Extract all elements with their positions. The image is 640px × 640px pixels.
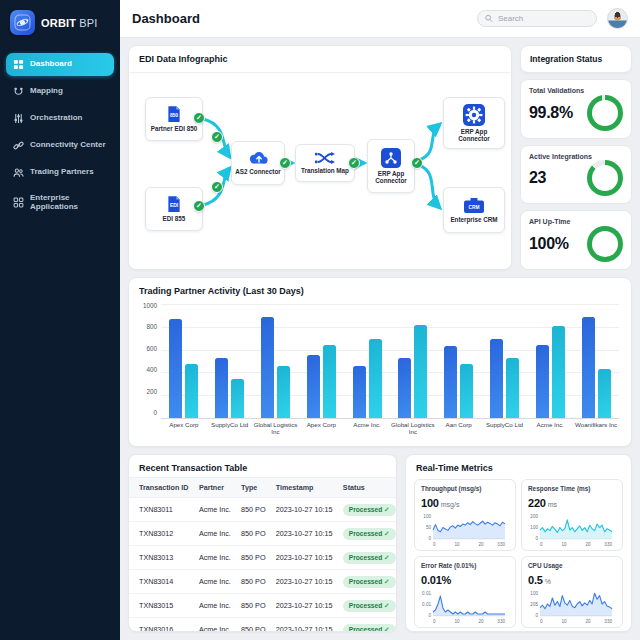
metric-value: 0.01%	[421, 570, 509, 588]
node-label: Enterprise CRM	[450, 216, 497, 223]
app-name-bold: ORBIT	[41, 17, 76, 29]
cell-status: Processed ✓	[333, 546, 396, 570]
bar-series-cyan	[506, 358, 519, 418]
bar-group	[573, 304, 619, 418]
metric-label: Throughput (msg/s)	[421, 485, 509, 492]
sidebar-item-connectivity-center[interactable]: Connectivity Center	[6, 134, 114, 157]
cell-partner: Acme Inc.	[189, 570, 231, 594]
x-tick-label: SupplyCo Ltd	[482, 421, 528, 435]
bar-series-cyan	[552, 326, 565, 418]
node-erp-app-connector[interactable]: ERP App Connector	[367, 139, 415, 193]
x-tick-label: Global Logistics Inc	[390, 421, 436, 435]
svg-text:850: 850	[170, 114, 178, 119]
check-icon: ✓	[384, 530, 390, 537]
document-edi-icon: EDI	[166, 195, 182, 213]
branch-icon	[381, 148, 401, 168]
main-area: Dashboard EDI Data Infographic	[120, 0, 640, 640]
node-label: ERP App Connector	[446, 128, 502, 142]
cell-timestamp: 2023-10-27 10:15	[266, 498, 333, 522]
sparkline-chart: 100205001020330	[528, 589, 616, 624]
bar-group	[390, 304, 436, 418]
avatar[interactable]	[607, 8, 628, 29]
spark-x-tick: 20	[585, 542, 591, 547]
spark-y-tick: 0.01	[422, 591, 431, 596]
spark-x-tick: 330	[604, 542, 612, 547]
bar-chart-groups	[161, 304, 619, 418]
cell-transaction-id: TXN83011	[129, 498, 189, 522]
search-box[interactable]	[477, 10, 597, 27]
sidebar-item-dashboard[interactable]: Dashboard	[6, 53, 114, 76]
table-row[interactable]: TXN83015Acme Inc.850 PO2023-10-27 10:15P…	[129, 594, 396, 618]
svg-text:CRM: CRM	[469, 205, 480, 210]
cell-timestamp: 2023-10-27 10:15	[266, 618, 333, 633]
sidebar-item-label: Mapping	[30, 87, 63, 96]
sparkline-chart: 10050001020330	[421, 512, 509, 547]
sidebar-item-mapping[interactable]: Mapping	[6, 80, 114, 103]
status-badge: Processed ✓	[343, 576, 396, 588]
progress-ring	[587, 226, 623, 262]
check-badge: ✓	[193, 200, 205, 212]
node-enterprise-crm[interactable]: CRM Enterprise CRM	[443, 187, 505, 233]
spark-x-tick: 330	[604, 619, 612, 624]
spark-x-tick: 10	[454, 619, 460, 624]
sparkline-chart: 200100001020330	[528, 512, 616, 547]
bar-group	[482, 304, 528, 418]
metric-label: CPU Usage	[528, 562, 616, 569]
dashboard-icon	[13, 59, 24, 70]
metric-value: 220ms	[528, 493, 616, 511]
table-row[interactable]: TXN83011Acme Inc.850 PO2023-10-27 10:15P…	[129, 498, 396, 522]
bar-group	[207, 304, 253, 418]
node-translation-map[interactable]: Translation Map	[295, 144, 355, 182]
sidebar-item-label: Enterprise Applications	[30, 194, 107, 212]
gridline	[161, 418, 619, 419]
table-header-row: Transaction IDPartnerTypeTimestampStatus	[129, 478, 396, 498]
topbar: Dashboard	[120, 0, 640, 38]
table-row[interactable]: TXN83013Acme Inc.850 PO2023-10-27 10:15P…	[129, 546, 396, 570]
bar-group	[298, 304, 344, 418]
y-tick-label: 0	[137, 409, 161, 416]
spark-x-tick: 20	[585, 619, 591, 624]
bar-chart-plot	[161, 304, 619, 418]
cell-type: 850 PO	[231, 594, 266, 618]
y-tick-label: 800	[137, 323, 161, 330]
spark-x-tick: 20	[478, 542, 484, 547]
cell-partner: Acme Inc.	[189, 546, 231, 570]
sidebar: ORBITBPI DashboardMappingOrchestrationCo…	[0, 0, 120, 640]
cell-status: Processed ✓	[333, 618, 396, 633]
check-icon: ✓	[384, 554, 390, 561]
metrics-card: Real-Time Metrics Throughput (msg/s)100m…	[405, 454, 632, 632]
check-badge: ✓	[411, 157, 423, 169]
spark-y-tick: 100	[530, 525, 538, 530]
bar-series-blue	[490, 339, 503, 418]
node-as2-connector[interactable]: AS2 Connector	[231, 141, 285, 185]
spark-y-tick: 0	[535, 613, 538, 618]
app-logo: ORBITBPI	[6, 8, 114, 49]
integration-metric-label: API Up-Time	[529, 218, 623, 225]
bar-series-cyan	[460, 364, 473, 418]
search-input[interactable]	[498, 14, 589, 23]
table-row[interactable]: TXN83014Acme Inc.850 PO2023-10-27 10:15P…	[129, 570, 396, 594]
table-row[interactable]: TXN83012Acme Inc.850 PO2023-10-27 10:15P…	[129, 522, 396, 546]
page-title: Dashboard	[132, 11, 200, 26]
check-badge: ✓	[279, 157, 291, 169]
sidebar-item-orchestration[interactable]: Orchestration	[6, 107, 114, 130]
sidebar-item-enterprise-applications[interactable]: Enterprise Applications	[6, 188, 114, 218]
spark-x-tick: 330	[497, 542, 505, 547]
cell-timestamp: 2023-10-27 10:15	[266, 594, 333, 618]
cell-transaction-id: TXN83016	[129, 618, 189, 633]
table-row[interactable]: TXN83016Acme Inc.850 PO2023-10-27 10:15P…	[129, 618, 396, 633]
sidebar-item-label: Connectivity Center	[30, 141, 106, 150]
check-icon: ✓	[384, 626, 390, 633]
sidebar-item-trading-partners[interactable]: Trading Partners	[6, 161, 114, 184]
node-erp-app-connector-2[interactable]: ERP App Connector	[443, 97, 505, 149]
search-icon	[485, 14, 493, 23]
document-850-icon: 850	[166, 105, 182, 123]
cell-status: Processed ✓	[333, 522, 396, 546]
bar-series-blue	[398, 358, 411, 418]
spark-y-tick: 200	[530, 514, 538, 519]
cell-status: Processed ✓	[333, 570, 396, 594]
bar-series-blue	[307, 355, 320, 418]
metrics-title: Real-Time Metrics	[406, 455, 631, 477]
integration-metric-value: 100%	[529, 235, 569, 253]
cell-status: Processed ✓	[333, 498, 396, 522]
